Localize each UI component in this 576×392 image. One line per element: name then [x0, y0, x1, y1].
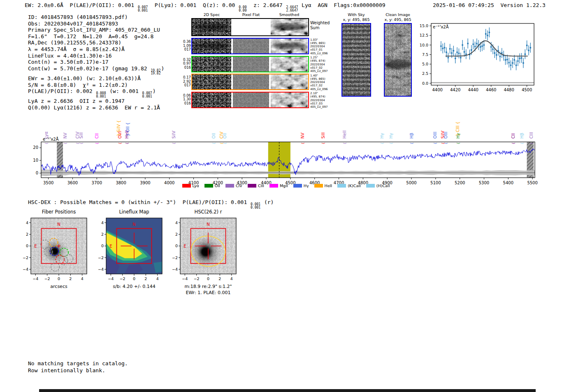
info-line-9: EWr = 3.40(±1.00) (w: 2.10(±0.63))Å [28, 75, 164, 82]
data-point [494, 52, 495, 53]
y-tick-label: −2 [172, 255, 178, 260]
data-point [449, 48, 451, 49]
line-label-brace: { [434, 142, 437, 144]
cutout-strip-blob [271, 19, 308, 35]
data-point [485, 33, 486, 35]
info-line-6: LineFlux = 4.40(±1.30)e-16 [28, 53, 164, 59]
footer-note: No matching targets in catalog. Row inte… [28, 360, 128, 374]
fiber-xlabel: arcsecs [50, 284, 67, 289]
info-line-12: LyA z = 2.6636 OII z = 0.1947 [28, 98, 164, 104]
line-label-brace: { [444, 142, 448, 144]
text-run: Lyα AGN Flags:0x00000009 [298, 2, 385, 8]
emission-line-range-label: } OII { [125, 123, 130, 136]
emission-line-label: SiII [321, 132, 325, 139]
emission-line-label: CII [511, 133, 516, 139]
data-point [453, 50, 454, 51]
data-point [458, 53, 460, 54]
info-line-10: S/N = 6.8(±0.8) χ² = 1.2(±0.2) [28, 82, 164, 88]
legend-label: Hγ [304, 183, 309, 188]
legend-swatch [269, 184, 278, 188]
data-point [471, 49, 472, 51]
data-point [513, 59, 515, 60]
y-tick-label: 0 [175, 244, 178, 248]
data-point [446, 51, 447, 53]
line-label-brace: { [212, 142, 216, 144]
text-run: S/N = 6.8(±0.8) χ² = 1.2(±0.2) [28, 82, 128, 88]
data-point [496, 54, 497, 56]
y-tick-label: −2 [98, 255, 104, 260]
text-run: P(LAE)/P(OII): 0.002 [28, 88, 95, 94]
cutout-row-left-labels-3: 0.172.92017 [182, 76, 191, 88]
data-point [490, 46, 492, 47]
line-label-brace: { [520, 142, 524, 144]
text-run: (r) [261, 199, 274, 205]
emission-line-label: OII [223, 133, 227, 139]
detection-info-block: ID: 4018457893 (4018457893.pdf)Obs: 2022… [28, 14, 164, 111]
with-sky-image [341, 23, 371, 97]
data-point [510, 65, 511, 66]
cutout-strip-flat [233, 74, 269, 89]
cutout-strip-noise [192, 57, 231, 72]
east-label: E [109, 244, 112, 248]
data-point [451, 52, 452, 53]
cutout-grid: 2D SpecPixel FlatSmoothedWeightedSum0.36… [182, 12, 335, 111]
data-point [501, 52, 502, 53]
emission-line-label: OIII [433, 132, 437, 139]
text-run: Cont(n) = 3.50(±0.17)e-17 [28, 59, 109, 65]
info-line-3: F=1.6" T=0.172 N=1.20 A=0.45 g=24.8 [28, 33, 164, 40]
cutout-strip-flat [233, 93, 269, 107]
east-label: E [34, 244, 37, 248]
data-point [444, 47, 445, 48]
emission-line-label: HeII [342, 130, 347, 139]
cutout-row-right-labels-3: 1.40"(495, 865)20220304v017_02405_LU_096 [310, 74, 327, 91]
line-label-brace: { [530, 142, 534, 144]
x-tick-label: 4 [156, 276, 159, 281]
east-label: E [183, 244, 186, 248]
x-tick-label: 0 [207, 276, 209, 281]
data-point [512, 62, 513, 63]
line-label-brace: { [381, 142, 384, 144]
fiber-positions-title: Fiber Positions [42, 209, 76, 215]
text-run: λ = 4453.74Å σ = 8.85(±2.42)Å [28, 46, 125, 52]
info-line-8: Cont(w) = 5.70(±0.02)e-17 (gmag 19.82 19… [28, 65, 164, 75]
y-tick-label: 15.0 [420, 23, 428, 28]
x-tick-label: 0 [133, 276, 135, 281]
y-tick-label: 2.5 [422, 71, 428, 76]
data-point [455, 58, 456, 59]
line-label-brace: { [223, 142, 227, 144]
cutout-col-header-1: Pixel Flat [242, 12, 260, 17]
hsc-caption-2: EWr: 1. PLAE: 0.001 [186, 290, 230, 295]
text-run: ) [161, 65, 165, 72]
cutout-strip-flat [233, 39, 269, 53]
sky-panel-title-0: With Skyx, y: 495, 865 [341, 12, 371, 22]
data-point [472, 44, 474, 45]
report-version: Version 1.22.3 [500, 2, 546, 8]
data-point [474, 46, 476, 47]
info-line-11: P(LAE)/P(OII): 0.002 0.0080.001 (w: 0.00… [28, 88, 164, 98]
report-datetime: 2025-01-06 07:49:25 [433, 2, 494, 8]
footer-line-1: No matching targets in catalog. [28, 360, 128, 367]
x-tick-label: −2 [120, 276, 125, 281]
x-tick-label: 4440 [468, 88, 478, 92]
data-point [442, 48, 444, 49]
data-point [440, 46, 441, 47]
data-point [476, 43, 477, 44]
line-label-brace: { [410, 142, 414, 144]
line-label-brace: { [45, 142, 49, 144]
emission-line-label: SiII [79, 132, 84, 139]
x-tick-label: 4 [81, 276, 84, 281]
data-point [467, 43, 468, 44]
cutout-row-right-labels-0: WeightedSum [310, 21, 330, 30]
lineflux-map-panel: NE−4−4−2−2002244 [94, 216, 172, 283]
cutout-strip-noise [192, 74, 231, 89]
y-tick-label: 4 [26, 220, 28, 225]
data-point [528, 50, 529, 51]
text-run: P(Lyα): 0.001 Q(z): 0.00 [148, 2, 238, 8]
cutout-strip-noise [192, 19, 231, 35]
emission-line-label: Hβ [409, 133, 414, 139]
cutout-strip-flat [233, 57, 269, 72]
legend-label: MgII [280, 183, 288, 188]
legend-swatch [182, 184, 191, 188]
x-tick-label: −4 [108, 276, 114, 281]
x-tick-label: 0 [58, 276, 60, 281]
